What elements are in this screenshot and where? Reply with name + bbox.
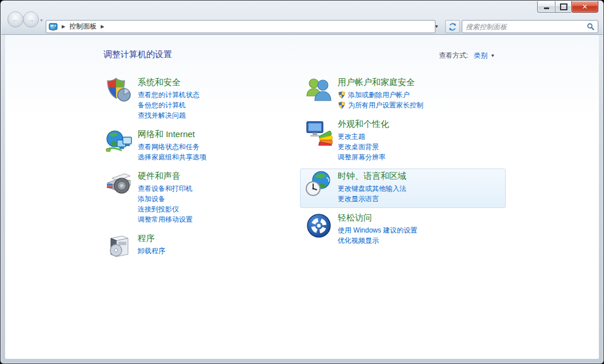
right-column: 用户帐户和家庭安全: [300, 75, 506, 252]
category-title[interactable]: 外观和个性化: [338, 118, 389, 130]
minimize-icon: [544, 7, 549, 9]
category-user-accounts: 用户帐户和家庭安全: [300, 75, 506, 114]
list-item: 更改显示语言: [338, 194, 406, 204]
task-link[interactable]: 调整屏幕分辨率: [338, 152, 389, 162]
view-by-control: 查看方式: 类别 ▼: [439, 51, 495, 61]
task-link[interactable]: 卸载程序: [138, 246, 165, 256]
list-item: 添加设备: [138, 194, 193, 204]
search-icon[interactable]: [587, 23, 594, 30]
list-item: 选择家庭组和共享选项: [138, 152, 206, 162]
category-hardware-sound: 硬件和声音 查看设备和打印机 添加设备 连接到投影仪 调整常用移动设置: [100, 169, 301, 229]
list-item: 查看您的计算机状态: [138, 90, 199, 100]
search-box: [462, 20, 598, 33]
task-link[interactable]: 选择家庭组和共享选项: [138, 152, 206, 162]
task-link-label: 为所有用户设置家长控制: [348, 100, 423, 110]
uac-shield-icon: [338, 101, 346, 109]
category-clock-language-region[interactable]: 时钟、语言和区域 更改键盘或其他输入法 更改显示语言: [300, 169, 506, 208]
category-title[interactable]: 程序: [138, 233, 155, 244]
task-link[interactable]: 更改主题: [338, 131, 389, 142]
category-title[interactable]: 系统和安全: [138, 77, 181, 88]
system-security-icon[interactable]: [105, 77, 133, 104]
uac-shield-icon: [338, 91, 346, 99]
clock-language-region-icon[interactable]: [305, 170, 333, 198]
category-title[interactable]: 硬件和声音: [138, 170, 181, 182]
close-icon: ✕: [582, 3, 587, 10]
programs-icon[interactable]: [105, 233, 133, 260]
task-link[interactable]: 查看设备和打印机: [138, 183, 193, 194]
forward-button[interactable]: →: [23, 11, 39, 27]
task-link[interactable]: 查看您的计算机状态: [138, 90, 199, 100]
search-input[interactable]: [462, 22, 587, 31]
task-link[interactable]: 查找并解决问题: [138, 110, 199, 121]
category-appearance-personalization: 外观和个性化 更改主题 更改桌面背景 调整屏幕分辨率: [300, 117, 506, 166]
user-accounts-icon[interactable]: [305, 77, 333, 104]
task-link[interactable]: 备份您的计算机: [138, 100, 199, 110]
hardware-sound-icon[interactable]: [105, 170, 133, 198]
list-item: 更改键盘或其他输入法: [338, 183, 406, 194]
list-item: 备份您的计算机: [138, 100, 199, 110]
task-link[interactable]: 查看网络状态和任务: [138, 142, 206, 152]
list-item: 为所有用户设置家长控制: [338, 100, 423, 110]
task-link[interactable]: 添加设备: [138, 194, 193, 204]
list-item: 添加或删除用户帐户: [338, 90, 423, 100]
list-item: 卸载程序: [138, 246, 165, 256]
list-item: 查找并解决问题: [138, 110, 199, 121]
list-item: 更改主题: [338, 131, 389, 142]
maximize-button[interactable]: [555, 1, 571, 13]
forward-icon: →: [27, 15, 35, 24]
window-controls: ✕: [537, 1, 598, 13]
task-link[interactable]: 调整常用移动设置: [138, 214, 193, 225]
task-link[interactable]: 更改键盘或其他输入法: [338, 183, 406, 194]
ease-of-access-icon[interactable]: [305, 212, 333, 239]
breadcrumb-arrow-icon[interactable]: ▶: [62, 24, 65, 29]
refresh-icon: [449, 23, 457, 31]
task-link-label: 添加或删除用户帐户: [348, 90, 410, 100]
list-item: 更改桌面背景: [338, 142, 389, 152]
list-item: 调整常用移动设置: [138, 214, 193, 225]
list-item: 调整屏幕分辨率: [338, 152, 389, 162]
recent-pages-dropdown[interactable]: ▼: [39, 18, 43, 22]
list-item: 查看网络状态和任务: [138, 142, 206, 152]
view-by-label: 查看方式:: [439, 51, 468, 61]
content-area: 调整计算机的设置 查看方式: 类别 ▼: [5, 35, 599, 359]
breadcrumb[interactable]: ▶ 控制面板 ▶: [46, 20, 435, 33]
breadcrumb-trailing-arrow-icon[interactable]: ▶: [101, 24, 104, 29]
chevron-down-icon[interactable]: ▼: [490, 53, 495, 58]
category-system-security: 系统和安全 查看您的计算机状态 备份您的计算机 查找并解决问题: [100, 75, 301, 125]
page-title: 调整计算机的设置: [103, 49, 172, 60]
close-button[interactable]: ✕: [571, 1, 598, 13]
task-link[interactable]: 连接到投影仪: [138, 204, 193, 214]
breadcrumb-item-control-panel[interactable]: 控制面板: [69, 22, 97, 31]
category-title[interactable]: 网络和 Internet: [138, 129, 195, 140]
refresh-button[interactable]: [445, 20, 460, 33]
task-link[interactable]: 更改桌面背景: [338, 142, 389, 152]
list-item: 连接到投影仪: [138, 204, 193, 214]
back-icon: ←: [12, 15, 19, 24]
screenshot: ✕ ← → ▼ ▶ 控制面板 ▶ ▼: [0, 0, 604, 364]
maximize-icon: [560, 3, 567, 10]
task-link[interactable]: 更改显示语言: [338, 194, 406, 204]
category-title[interactable]: 轻松访问: [338, 212, 372, 223]
title-bar[interactable]: ✕: [1, 1, 603, 18]
task-link[interactable]: 使用 Windows 建议的设置: [338, 225, 417, 235]
left-column: 系统和安全 查看您的计算机状态 备份您的计算机 查找并解决问题: [100, 75, 301, 266]
task-link[interactable]: 优化视频显示: [338, 235, 417, 246]
network-internet-icon[interactable]: [105, 129, 133, 156]
category-network-internet: 网络和 Internet 查看网络状态和任务 选择家庭组和共享选项: [100, 127, 301, 166]
back-button[interactable]: ←: [7, 11, 23, 27]
category-title[interactable]: 时钟、语言和区域: [338, 170, 406, 182]
address-dropdown-icon[interactable]: ▼: [434, 24, 439, 29]
list-item: 使用 Windows 建议的设置: [338, 225, 417, 235]
list-item: 优化视频显示: [338, 235, 417, 246]
view-by-value[interactable]: 类别: [474, 51, 487, 61]
category-programs: 程序 卸载程序: [100, 231, 301, 264]
task-link[interactable]: 添加或删除用户帐户: [338, 90, 423, 100]
task-link[interactable]: 为所有用户设置家长控制: [338, 100, 423, 110]
control-panel-icon: [49, 22, 58, 31]
category-ease-of-access: 轻松访问 使用 Windows 建议的设置 优化视频显示: [300, 210, 506, 250]
navigation-toolbar: ← → ▼ ▶ 控制面板 ▶ ▼: [1, 18, 603, 35]
minimize-button[interactable]: [537, 1, 555, 13]
category-title[interactable]: 用户帐户和家庭安全: [338, 77, 415, 88]
appearance-icon[interactable]: [305, 118, 333, 146]
list-item: 查看设备和打印机: [138, 183, 193, 194]
